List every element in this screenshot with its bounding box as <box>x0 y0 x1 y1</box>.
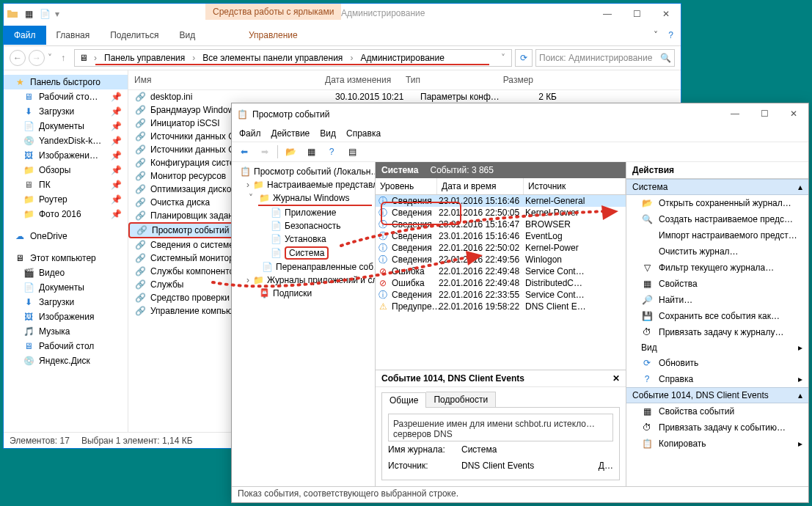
search-box[interactable]: Поиск: Администрирование 🔍 <box>535 49 675 67</box>
tree-subs[interactable]: 📮Подписки <box>232 287 375 300</box>
file-tab[interactable]: Файл <box>4 26 46 45</box>
share-tab[interactable]: Поделиться <box>100 26 169 45</box>
recent-dropdown[interactable]: ˅ <box>48 53 52 63</box>
col-name[interactable]: Имя <box>128 70 319 89</box>
action-item[interactable]: Импорт настраиваемого предст… <box>626 227 808 243</box>
event-row[interactable]: ⊘Ошибка22.01.2016 22:49:48DistributedC… <box>376 277 626 289</box>
nav-item[interactable]: 🖥ПК📌 <box>4 177 128 192</box>
onedrive[interactable]: ☁OneDrive <box>4 229 128 243</box>
action-item[interactable]: ▦Свойства событий <box>626 403 808 419</box>
crumb-1[interactable]: Панель управления <box>101 53 188 63</box>
forward-button[interactable]: → <box>29 50 45 66</box>
minimize-button[interactable]: — <box>593 4 622 24</box>
action-item[interactable]: 📂Открыть сохраненный журнал… <box>626 195 808 211</box>
tab-details[interactable]: Подробности <box>426 392 496 407</box>
event-row[interactable]: ⓘСведения23.01.2016 15:16:46EventLog <box>376 230 626 242</box>
tree-root[interactable]: 📋Просмотр событий (Локальн… <box>232 165 375 178</box>
evv-minimize[interactable]: — <box>720 103 750 124</box>
event-row[interactable]: ⊘Ошибка22.01.2016 22:49:48Service Cont… <box>376 265 626 277</box>
tb-fwd[interactable]: ➡ <box>257 144 273 160</box>
this-pc[interactable]: 🖥Этот компьютер <box>4 251 128 265</box>
address-bar[interactable]: 🖥 › Панель управления › Все элементы пан… <box>74 49 512 67</box>
tb-props[interactable]: ▦ <box>303 144 319 160</box>
action-item[interactable]: ▽Фильтр текущего журнала… <box>626 260 808 276</box>
help-icon[interactable]: ? <box>668 30 673 40</box>
action-item[interactable]: ⏱Привязать задачу к журналу… <box>626 324 808 340</box>
file-row[interactable]: 🔗desktop.ini30.10.2015 10:21Параметры ко… <box>128 90 681 103</box>
tree-setup[interactable]: 📄Установка <box>232 232 375 246</box>
action-item[interactable]: 💾Сохранить все события как… <box>626 308 808 324</box>
nav-item[interactable]: ⬇Загрузки📌 <box>4 104 128 119</box>
maximize-button[interactable]: ☐ <box>622 4 651 24</box>
tree-system[interactable]: 📄Система <box>232 246 375 260</box>
preview-close-icon[interactable]: ✕ <box>612 373 620 384</box>
menu-view[interactable]: Вид <box>320 128 336 139</box>
col-size[interactable]: Размер <box>488 70 539 89</box>
nav-item[interactable]: 💿YandexDisk-k…📌 <box>4 133 128 148</box>
nav-item[interactable]: 📄Документы📌 <box>4 119 128 133</box>
nav-item[interactable]: 🎬Видео <box>4 265 128 280</box>
properties-icon[interactable]: ▦ <box>23 8 34 20</box>
nav-item[interactable]: 🖼Изображения <box>4 309 128 324</box>
tree-forwarded[interactable]: 📄Перенаправленные соб… <box>232 260 375 274</box>
qat-dropdown[interactable]: ▾ <box>55 9 59 19</box>
nav-item[interactable]: 🖥Рабочий стол <box>4 339 128 353</box>
action-item[interactable]: ⏱Привязать задачу к событию… <box>626 419 808 436</box>
nav-item[interactable]: 🖼Изображени…📌 <box>4 148 128 163</box>
event-row[interactable]: ⓘСведения23.01.2016 15:16:46Kernel-Gener… <box>376 195 626 207</box>
collapse-icon[interactable]: ▴ <box>798 390 802 400</box>
event-row[interactable]: ⓘСведения22.01.2016 22:49:56Winlogon <box>376 254 626 265</box>
event-row[interactable]: ⚠Предупре…22.01.2016 19:58:22DNS Client … <box>376 301 626 312</box>
action-item[interactable]: ▦Свойства <box>626 276 808 292</box>
tab-general[interactable]: Общие <box>381 392 426 408</box>
quick-access[interactable]: ★Панель быстрого <box>4 75 128 89</box>
nav-item[interactable]: 📄Документы <box>4 280 128 295</box>
nav-item[interactable]: 📁Обзоры📌 <box>4 163 128 177</box>
crumb-2[interactable]: Все элементы панели управления <box>200 53 345 63</box>
menu-help[interactable]: Справка <box>346 128 381 139</box>
menu-action[interactable]: Действие <box>271 128 310 139</box>
event-row[interactable]: ⓘСведения22.01.2016 22:50:05Kernel-Power <box>376 207 626 219</box>
tree-custom[interactable]: ›📁Настраиваемые представле… <box>232 178 375 191</box>
action-item[interactable]: 📋Копировать▸ <box>626 436 808 452</box>
action-help[interactable]: ?Справка▸ <box>626 371 808 387</box>
event-row[interactable]: ⓘСведения22.01.2016 22:50:02Kernel-Power <box>376 242 626 254</box>
collapse-icon[interactable]: ▴ <box>798 182 802 192</box>
close-button[interactable]: ✕ <box>651 4 681 24</box>
event-row[interactable]: ⓘСведения22.01.2016 22:33:55Service Cont… <box>376 289 626 301</box>
manage-tab[interactable]: Управление <box>238 26 308 45</box>
tb-back[interactable]: ⬅ <box>236 144 252 160</box>
nav-item[interactable]: 📁Роутер📌 <box>4 192 128 207</box>
tb-open[interactable]: 📂 <box>282 144 299 160</box>
new-folder-icon[interactable]: 📄 <box>39 8 51 20</box>
tree-app[interactable]: 📄Приложение <box>232 206 375 219</box>
back-button[interactable]: ← <box>10 50 26 66</box>
nav-item[interactable]: ⬇Загрузки <box>4 295 128 309</box>
nav-item[interactable]: 📁Фото 2016📌 <box>4 207 128 221</box>
tb-help[interactable]: ? <box>323 144 340 160</box>
menu-file[interactable]: Файл <box>239 128 261 139</box>
home-tab[interactable]: Главная <box>46 26 100 45</box>
col-date[interactable]: Дата изменения <box>319 70 400 89</box>
evv-close[interactable]: ✕ <box>779 103 808 124</box>
tree-security[interactable]: 📄Безопасность <box>232 219 375 232</box>
col-source[interactable]: Источник <box>524 178 626 194</box>
action-refresh[interactable]: ⟳Обновить <box>626 355 808 371</box>
action-view[interactable]: Вид▸ <box>626 340 808 355</box>
col-datetime[interactable]: Дата и время <box>437 178 524 194</box>
refresh-button[interactable]: ⟳ <box>515 49 533 67</box>
nav-item[interactable]: 🎵Музыка <box>4 324 128 339</box>
crumb-3[interactable]: Администрирование <box>357 53 447 63</box>
action-item[interactable]: 🔍Создать настраиваемое предс… <box>626 211 808 227</box>
col-level[interactable]: Уровень <box>376 178 437 194</box>
evv-maximize[interactable]: ☐ <box>750 103 779 124</box>
ribbon-expand-icon[interactable]: ˅ <box>654 30 658 40</box>
up-button[interactable]: ↑ <box>55 50 71 66</box>
tb-refresh[interactable]: ▤ <box>344 144 360 160</box>
view-tab[interactable]: Вид <box>169 26 205 45</box>
action-item[interactable]: Очистить журнал… <box>626 243 808 260</box>
event-row[interactable]: ⓘСведения23.01.2016 15:16:47BROWSER <box>376 219 626 230</box>
tree-winlogs[interactable]: ˅📁Журналы Windows <box>232 191 375 205</box>
action-item[interactable]: 🔎Найти… <box>626 292 808 308</box>
nav-item[interactable]: 💿Яндекс.Диск <box>4 353 128 368</box>
